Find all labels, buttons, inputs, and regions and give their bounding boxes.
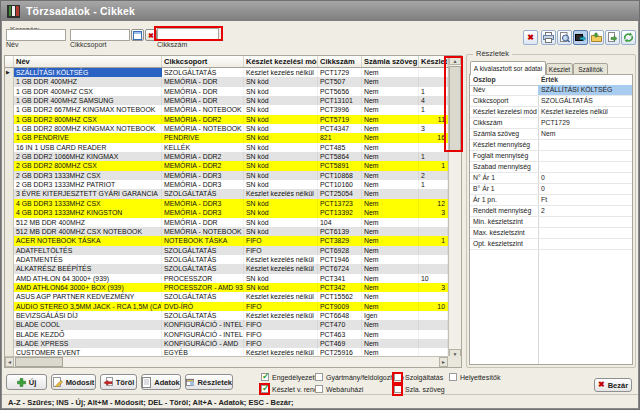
row-indicator bbox=[5, 339, 14, 348]
checkbox-webaruhazi[interactable]: Webáruházi bbox=[315, 385, 363, 393]
open-folder-button[interactable] bbox=[589, 30, 604, 45]
search-name-input[interactable] bbox=[6, 29, 66, 41]
row-indicator bbox=[5, 264, 14, 273]
details-row[interactable]: Opt. készletszint bbox=[470, 239, 632, 250]
table-row[interactable]: 1 GB DDR 400MHZMEMÓRIA - DDRSN kódPCT507… bbox=[5, 77, 448, 86]
table-row[interactable]: 16 IN 1 USB CARD READERKELLÉKSN kódPCT48… bbox=[5, 143, 448, 152]
details-row[interactable]: Ár 1 pn.Ft bbox=[470, 195, 632, 206]
details-row[interactable]: N° Ár 10 bbox=[470, 173, 632, 184]
table-row[interactable]: 1 GB DDR2 667MHZ KINGMAX NOTEBOOKMEMÓRIA… bbox=[5, 105, 448, 114]
header-szamla-szoveg[interactable]: Számla szöveg bbox=[362, 56, 419, 67]
refresh-button[interactable] bbox=[621, 30, 636, 45]
table-row[interactable]: 512 MB DDR 400MHZMEMÓRIA - DDRSN kód104N… bbox=[5, 218, 448, 227]
table-row[interactable]: ASUS AGP PARTNER KEDVEZMÉNYSZOLGÁLTATÁSK… bbox=[5, 292, 448, 301]
clear-filter-button[interactable]: ✖ bbox=[523, 30, 538, 45]
data-button[interactable]: Adatok bbox=[141, 374, 181, 390]
export-button[interactable] bbox=[573, 30, 588, 45]
table-row[interactable]: AUDIO STEREO 3,5MM JACK - RCA 1,5M (CABL… bbox=[5, 302, 448, 311]
table-row[interactable]: 2 GB DDR2 1066MHZ KINGMAXMEMÓRIA - DDR2S… bbox=[5, 152, 448, 161]
row-indicator bbox=[5, 227, 14, 236]
header-cikkcsoport[interactable]: Cikkcsoport bbox=[162, 56, 244, 67]
table-row[interactable]: 3 ÉVRE KITERJESZTETT GYÁRI GARANCIASZOLG… bbox=[5, 189, 448, 198]
table-row[interactable]: ▶SZÁLLÍTÁSI KÖLTSÉGSZOLGÁLTATÁSKészlet k… bbox=[5, 68, 448, 77]
row-indicator bbox=[5, 133, 14, 142]
tab-selected-row-data[interactable]: A kiválasztott sor adatai bbox=[470, 61, 546, 75]
checkbox-gyartmany[interactable]: Gyártmány/feldolgozható bbox=[315, 373, 404, 381]
table-row[interactable]: 2 GB DDR3 1333MHZ PATRIOTMEMÓRIA - DDR3S… bbox=[5, 180, 448, 189]
new-button[interactable]: Új bbox=[6, 374, 47, 390]
table-row[interactable]: ACER NOTEBOOK TÁSKANOTEBOOK TÁSKAFIFOPCT… bbox=[5, 236, 448, 245]
print-button[interactable] bbox=[541, 30, 556, 45]
print-preview-button[interactable] bbox=[557, 30, 572, 45]
helyettesitok-checkbox[interactable] bbox=[449, 373, 457, 381]
webaruhazi-checkbox[interactable] bbox=[315, 385, 323, 393]
table-row[interactable]: BLADE COOLKONFIGURÁCIÓ - INTELFIFOPCT470… bbox=[5, 320, 448, 329]
checkbox-engedelyezett[interactable]: Engedélyezett bbox=[261, 373, 316, 381]
details-header-oszlop: Oszlop bbox=[470, 75, 538, 85]
details-grid-body: NévSZÁLLÍTÁSI KÖLTSÉGCikkcsoportSZOLGÁLT… bbox=[470, 85, 632, 250]
export-file-button[interactable] bbox=[605, 30, 620, 45]
scroll-right-icon[interactable]: ► bbox=[439, 357, 448, 367]
clear-filter-icon: ✖ bbox=[527, 34, 534, 42]
annotation-keszlet-v-rend bbox=[259, 383, 270, 395]
table-row[interactable]: 512 MB DDR 400MHZ CSX NOTEBOOKMEMÓRIA - … bbox=[5, 227, 448, 236]
details-row[interactable]: CikkszámPCT1729 bbox=[470, 118, 632, 129]
details-row[interactable]: Szabad mennyiség bbox=[470, 162, 632, 173]
table-row[interactable]: BLADE KEZDŐKONFIGURÁCIÓ - INTELFIFOPCT46… bbox=[5, 330, 448, 339]
details-header-ertek: Érték bbox=[538, 75, 558, 85]
table-row[interactable]: ADATFELTÖLTÉSSZOLGÁLTATÁSFIFOPCT6928Nem bbox=[5, 246, 448, 255]
edit-pencil-icon bbox=[53, 377, 63, 387]
header-keszlet-mod[interactable]: Készlet kezelési mód bbox=[244, 56, 318, 67]
table-row[interactable]: 4 GB DDR3 1333MHZ KINGSTONMEMÓRIA - DDR3… bbox=[5, 208, 448, 217]
table-row[interactable]: ADATMENTÉSSZOLGÁLTATÁSKészlet kezelés né… bbox=[5, 255, 448, 264]
engedelyezett-checkbox[interactable] bbox=[261, 373, 269, 381]
table-row[interactable]: 4 GB DDR3 1333MHZ CSXMEMÓRIA - DDR3SN kó… bbox=[5, 199, 448, 208]
new-plus-icon bbox=[17, 378, 26, 387]
close-button[interactable]: ✖ Bezár bbox=[594, 378, 632, 392]
details-row[interactable]: Készlet kezelési módKészlet kezelés nélk… bbox=[470, 107, 632, 118]
details-row[interactable]: NévSZÁLLÍTÁSI KÖLTSÉG bbox=[470, 85, 632, 96]
document-icon bbox=[142, 377, 151, 388]
hscroll-thumb[interactable] bbox=[15, 357, 63, 367]
row-indicator bbox=[5, 180, 14, 189]
gyartmany-checkbox[interactable] bbox=[315, 373, 323, 381]
header-nev[interactable]: Név bbox=[14, 56, 162, 67]
checkbox-helyettesitok[interactable]: Helyettesítők bbox=[449, 373, 500, 381]
details-row[interactable]: CikkcsoportSZOLGÁLTATÁS bbox=[470, 96, 632, 107]
details-row[interactable]: Rendelt mennyiség2 bbox=[470, 206, 632, 217]
group-lookup-button[interactable] bbox=[131, 29, 144, 41]
details-row[interactable]: Min. készletszint bbox=[470, 217, 632, 228]
table-horizontal-scrollbar[interactable]: ◄ ► bbox=[5, 356, 448, 367]
details-row[interactable]: Foglalt mennyiség bbox=[470, 151, 632, 162]
details-row[interactable]: Számla szövegNem bbox=[470, 129, 632, 140]
edit-button[interactable]: Módosít bbox=[51, 374, 96, 390]
table-row[interactable]: 1 GB DDR 400MHZ CSXMEMÓRIA - DDRSN kódPC… bbox=[5, 87, 448, 96]
table-row[interactable]: 2 GB DDR2 800MHZ CSXMEMÓRIA - DDR2SN kód… bbox=[5, 161, 448, 170]
table-row[interactable]: AMD ATHLON64 3000+ BOX (939)PROCESSZOR -… bbox=[5, 283, 448, 292]
details-row[interactable]: B° Ár 10 bbox=[470, 184, 632, 195]
scroll-left-icon[interactable]: ◄ bbox=[5, 357, 14, 367]
group-field-label: Cikkcsoport bbox=[70, 41, 107, 48]
table-row[interactable]: 1 GB DDR2 800MHZ CSXMEMÓRIA - DDR2SN kód… bbox=[5, 115, 448, 124]
row-indicator bbox=[5, 292, 14, 301]
details-tabpage: Oszlop Érték NévSZÁLLÍTÁSI KÖLTSÉGCikkcs… bbox=[469, 74, 633, 365]
table-row[interactable]: BEVIZSGÁLÁSI DÍJSZOLGÁLTATÁSKészlet keze… bbox=[5, 311, 448, 320]
table-row[interactable]: BLADE XPRESSKONFIGURÁCIÓ - AMDFIFOPCT469… bbox=[5, 339, 448, 348]
header-cikkszam[interactable]: Cikkszám bbox=[318, 56, 362, 67]
folder-icon bbox=[591, 32, 602, 43]
search-group-input[interactable] bbox=[70, 29, 130, 41]
delete-button[interactable]: Töröl bbox=[100, 374, 137, 390]
table-row[interactable]: 2 GB DDR3 1333MHZ CSXMEMÓRIA - DDR3SN kó… bbox=[5, 171, 448, 180]
printer-icon bbox=[543, 32, 554, 43]
details-button[interactable]: Részletek bbox=[185, 374, 233, 390]
details-row[interactable]: Készlet mennyiség bbox=[470, 140, 632, 151]
details-row[interactable]: Max. készletszint bbox=[470, 228, 632, 239]
table-row[interactable]: 1 GB DDR 400MHZ SAMSUNGMEMÓRIA - DDRSN k… bbox=[5, 96, 448, 105]
window-titlebar[interactable]: Törzsadatok - Cikkek bbox=[1, 1, 639, 21]
table-row[interactable]: AMD ATHLON 64 3000+ (939)PROCESSZORSN kó… bbox=[5, 274, 448, 283]
table-row[interactable]: ALKATRÉSZ BEÉPÍTÉSSZOLGÁLTATÁSKészlet ke… bbox=[5, 264, 448, 273]
table-row[interactable]: 1 GB PENDRIVEPENDRIVESN kód821Nem16 bbox=[5, 133, 448, 142]
itemnumber-field-label: Cikkszám bbox=[157, 41, 187, 48]
window-title: Törzsadatok - Cikkek bbox=[26, 5, 135, 17]
table-row[interactable]: 1 GB DDR2 800MHZ KINGMAX NOTEBOOKMEMÓRIA… bbox=[5, 124, 448, 133]
